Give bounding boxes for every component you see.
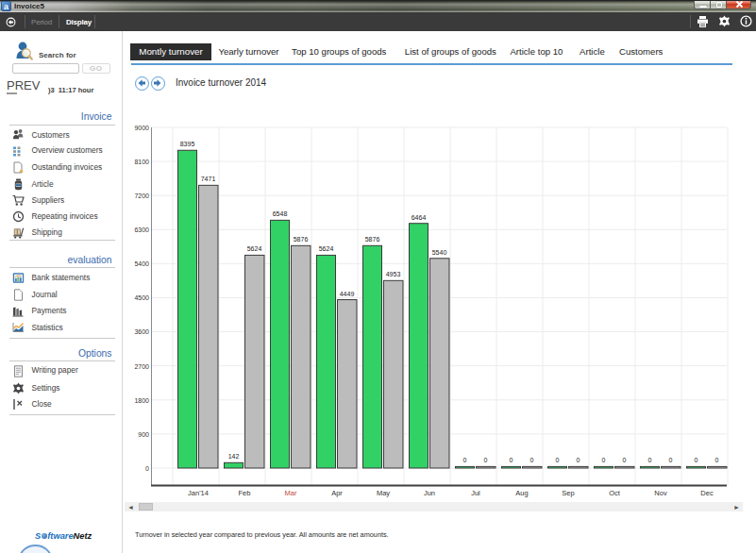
svg-text:Mar: Mar	[285, 489, 297, 497]
svg-text:Jan'14: Jan'14	[188, 489, 209, 497]
svg-text:9000: 9000	[134, 125, 149, 131]
svg-text:7200: 7200	[134, 193, 149, 199]
svg-text:0: 0	[484, 457, 488, 463]
svg-text:Aug: Aug	[515, 489, 528, 497]
svg-text:0: 0	[556, 457, 560, 463]
svg-text:8100: 8100	[134, 159, 149, 165]
svg-text:5540: 5540	[432, 249, 447, 256]
svg-text:!: !	[21, 169, 22, 173]
svg-text:900: 900	[138, 431, 149, 438]
svg-text:5876: 5876	[365, 236, 380, 243]
svg-text:2700: 2700	[134, 363, 149, 370]
svg-text:Feb: Feb	[239, 489, 251, 497]
svg-text:0: 0	[715, 457, 719, 463]
svg-text:8395: 8395	[180, 141, 195, 147]
svg-text:5624: 5624	[247, 245, 262, 252]
svg-text:0: 0	[463, 457, 467, 463]
svg-text:Dec: Dec	[700, 489, 714, 497]
svg-text:5400: 5400	[134, 260, 149, 267]
svg-text:0: 0	[669, 457, 673, 463]
svg-text:Jun: Jun	[424, 489, 435, 497]
svg-text:0: 0	[577, 457, 580, 463]
svg-text:6548: 6548	[273, 210, 288, 217]
svg-text:0: 0	[602, 457, 606, 463]
svg-text:0: 0	[648, 457, 652, 463]
svg-text:5876: 5876	[294, 236, 309, 243]
svg-text:3600: 3600	[134, 328, 149, 335]
svg-text:6300: 6300	[134, 226, 149, 233]
svg-text:6464: 6464	[412, 214, 427, 221]
svg-text:Oct: Oct	[609, 489, 621, 497]
svg-text:0: 0	[145, 465, 149, 472]
svg-text:1800: 1800	[134, 397, 149, 404]
svg-text:5624: 5624	[319, 245, 334, 252]
svg-text:Nov: Nov	[654, 489, 667, 497]
svg-text:Jul: Jul	[471, 489, 480, 497]
svg-text:4500: 4500	[134, 294, 149, 301]
svg-text:0: 0	[530, 457, 534, 463]
svg-text:Sep: Sep	[562, 489, 574, 497]
svg-text:Apr: Apr	[331, 489, 343, 497]
svg-text:4449: 4449	[340, 291, 355, 297]
svg-text:4953: 4953	[386, 271, 401, 277]
svg-text:7471: 7471	[201, 176, 216, 182]
svg-text:0: 0	[623, 457, 627, 463]
svg-text:0: 0	[510, 457, 513, 463]
svg-text:0: 0	[695, 457, 698, 463]
svg-text:142: 142	[228, 453, 240, 460]
svg-text:May: May	[377, 489, 390, 497]
